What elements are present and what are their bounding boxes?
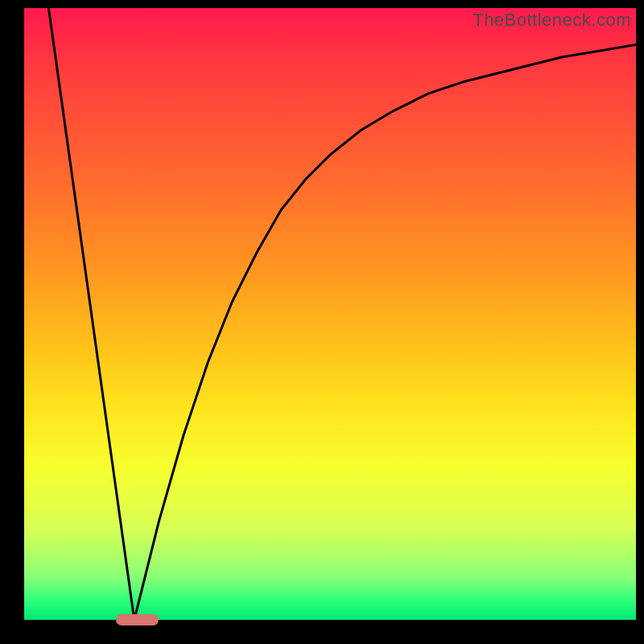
curve-layer — [24, 8, 636, 620]
plot-area: TheBottleneck.com — [24, 8, 636, 620]
chart-frame: TheBottleneck.com — [0, 0, 644, 644]
bottleneck-curve — [48, 8, 636, 620]
target-marker — [116, 614, 159, 625]
